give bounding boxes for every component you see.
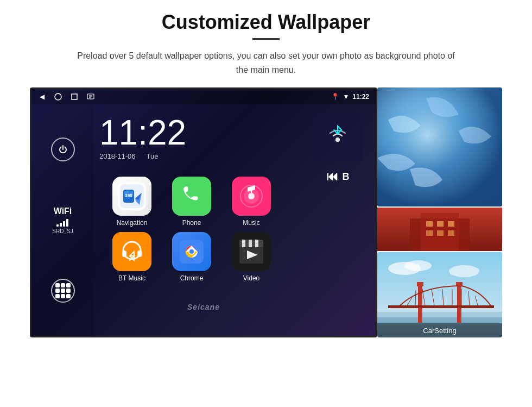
location-icon: 📍 bbox=[331, 93, 339, 101]
wallpaper-thumb-building[interactable] bbox=[377, 208, 502, 251]
app-item-chrome[interactable]: Chrome bbox=[164, 232, 219, 282]
track-label: B bbox=[343, 171, 350, 183]
watermark: Seicane bbox=[163, 302, 244, 314]
svg-point-46 bbox=[449, 265, 479, 277]
clock-date: 2018-11-06 Tue bbox=[99, 152, 158, 160]
page-title: Customized Wallpaper bbox=[162, 11, 371, 34]
app-label-navigation: Navigation bbox=[117, 219, 148, 227]
app-icon-video bbox=[232, 232, 271, 271]
page-wrapper: Customized Wallpaper Preload over 5 defa… bbox=[0, 0, 532, 407]
screenshot-icon[interactable] bbox=[87, 93, 94, 101]
svg-rect-49 bbox=[418, 285, 422, 323]
app-item-phone[interactable]: Phone bbox=[164, 177, 219, 227]
wallpaper-thumb-bridge[interactable]: CarSetting bbox=[377, 252, 502, 337]
carsetting-label[interactable]: CarSetting bbox=[377, 323, 502, 337]
svg-point-15 bbox=[248, 193, 255, 199]
app-item-navigation[interactable]: 280 Navigation bbox=[105, 177, 159, 227]
app-label-btmusic: BT Music bbox=[118, 274, 145, 282]
wifi-block[interactable]: WiFi SRD_SJ bbox=[52, 206, 73, 234]
clock-time: 11:22 bbox=[99, 115, 186, 150]
app-icon-music bbox=[232, 177, 271, 216]
status-bar: ◀ 📍 ▼ 11:22 bbox=[31, 89, 376, 104]
prev-track[interactable]: ⏮ bbox=[326, 170, 338, 184]
nav-icons: ◀ bbox=[38, 93, 94, 101]
power-button[interactable] bbox=[51, 137, 75, 161]
wallpaper-thumb-ice[interactable] bbox=[377, 87, 502, 206]
wifi-bar-1 bbox=[56, 224, 59, 227]
clock-day-value: Tue bbox=[147, 152, 159, 160]
app-label-phone: Phone bbox=[182, 219, 201, 227]
svg-point-24 bbox=[189, 249, 194, 254]
android-screen: ◀ 📍 ▼ 11:22 bbox=[30, 87, 377, 337]
svg-rect-42 bbox=[448, 230, 454, 236]
wifi-ssid: SRD_SJ bbox=[52, 228, 73, 234]
wifi-bars bbox=[56, 218, 68, 227]
app-grid: 280 Navigation bbox=[99, 171, 284, 287]
wifi-widget[interactable] bbox=[313, 112, 362, 161]
svg-rect-41 bbox=[437, 230, 444, 236]
svg-rect-50 bbox=[457, 285, 461, 323]
device-area: ◀ 📍 ▼ 11:22 bbox=[30, 87, 502, 343]
recents-icon[interactable] bbox=[71, 93, 78, 101]
status-right: 📍 ▼ 11:22 bbox=[331, 93, 369, 101]
sidebar: WiFi SRD_SJ bbox=[31, 104, 94, 336]
svg-rect-40 bbox=[426, 230, 433, 236]
svg-point-45 bbox=[404, 260, 432, 271]
svg-rect-53 bbox=[388, 305, 494, 308]
app-item-music[interactable]: Music bbox=[224, 177, 278, 227]
clock-date-value: 2018-11-06 bbox=[99, 152, 136, 160]
svg-rect-20 bbox=[137, 251, 142, 257]
app-icon-chrome bbox=[172, 232, 211, 271]
app-icon-navigation: 280 bbox=[112, 177, 151, 216]
app-icon-phone bbox=[172, 177, 211, 216]
svg-rect-1 bbox=[72, 94, 77, 99]
svg-point-31 bbox=[335, 137, 340, 142]
title-divider bbox=[252, 38, 280, 40]
apps-grid-icon bbox=[55, 283, 71, 298]
app-item-video[interactable]: Video bbox=[224, 232, 278, 282]
wifi-bar-2 bbox=[60, 223, 62, 227]
back-icon[interactable]: ◀ bbox=[38, 93, 46, 101]
svg-rect-17 bbox=[112, 232, 151, 271]
home-icon[interactable] bbox=[54, 93, 62, 101]
app-label-chrome: Chrome bbox=[180, 274, 204, 282]
wifi-bar-4 bbox=[66, 219, 68, 227]
svg-rect-29 bbox=[249, 240, 252, 247]
svg-text:280: 280 bbox=[125, 193, 132, 198]
app-icon-btmusic bbox=[112, 232, 151, 271]
svg-rect-38 bbox=[437, 221, 444, 227]
svg-rect-51 bbox=[417, 282, 423, 286]
signal-icon: ▼ bbox=[343, 93, 349, 101]
app-item-btmusic[interactable]: BT Music bbox=[105, 232, 159, 282]
wallpaper-thumbnails: CarSetting bbox=[377, 87, 502, 337]
wifi-bar-3 bbox=[63, 221, 65, 227]
clock-status: 11:22 bbox=[352, 93, 369, 101]
page-subtitle: Preload over 5 default wallpaper options… bbox=[76, 49, 456, 77]
svg-point-0 bbox=[55, 93, 61, 100]
widget-area: ⏮ B bbox=[300, 104, 376, 336]
svg-rect-30 bbox=[255, 240, 258, 247]
media-controls: ⏮ B bbox=[326, 170, 350, 184]
svg-text:Seicane: Seicane bbox=[187, 303, 220, 311]
app-label-video: Video bbox=[243, 274, 259, 282]
app-label-music: Music bbox=[243, 219, 259, 227]
svg-rect-11 bbox=[172, 177, 211, 216]
svg-rect-39 bbox=[448, 221, 454, 227]
svg-rect-28 bbox=[242, 240, 245, 247]
svg-rect-37 bbox=[426, 221, 433, 227]
wifi-label: WiFi bbox=[54, 206, 72, 216]
apps-grid-button[interactable] bbox=[51, 279, 75, 303]
svg-rect-19 bbox=[122, 251, 126, 257]
